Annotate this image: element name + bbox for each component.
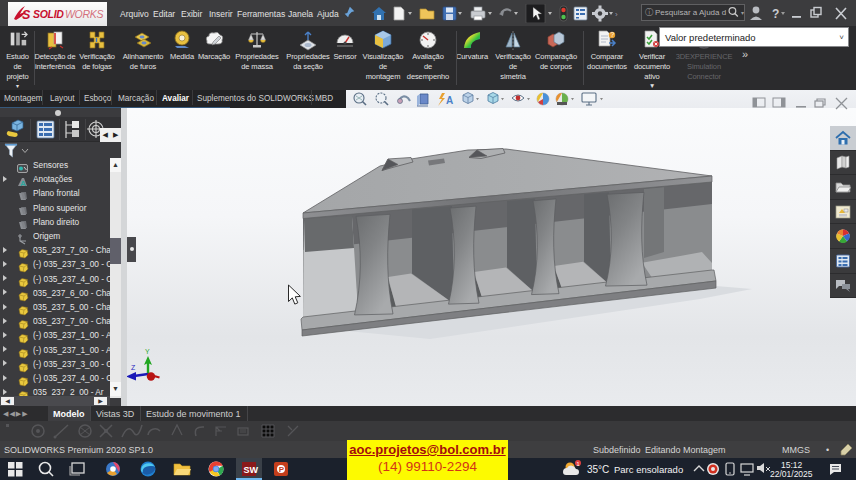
svg-text:A: A (20, 179, 26, 188)
svg-text:15:12: 15:12 (781, 460, 803, 470)
svg-text:S: S (22, 8, 31, 22)
svg-text:SOLID: SOLID (33, 8, 64, 20)
svg-text:SW: SW (244, 465, 259, 475)
svg-text:P: P (279, 465, 285, 474)
svg-text:Z: Z (131, 364, 136, 371)
svg-text:Parc ensolarado: Parc ensolarado (614, 464, 683, 475)
svg-text:›: › (615, 10, 618, 19)
svg-text:A: A (446, 95, 453, 106)
svg-text:?: ? (772, 7, 779, 21)
svg-text:WORKS: WORKS (65, 8, 103, 20)
svg-text:?: ? (611, 31, 615, 38)
svg-text:35°C: 35°C (587, 464, 609, 475)
svg-text:22/01/2025: 22/01/2025 (770, 469, 813, 479)
svg-text:Y: Y (145, 348, 150, 355)
svg-text:1: 1 (577, 461, 580, 467)
